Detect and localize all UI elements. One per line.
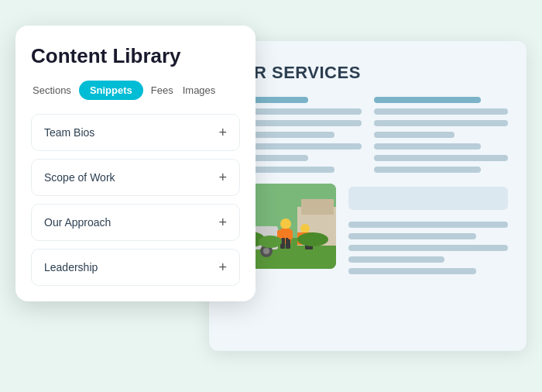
svg-rect-16 (288, 230, 293, 239)
svg-point-17 (300, 224, 310, 233)
snippet-label-scope-of-work: Scope of Work (44, 171, 115, 184)
doc-line (374, 132, 455, 138)
tab-fees[interactable]: Fees (149, 81, 175, 99)
doc-line (374, 97, 481, 103)
snippet-our-approach[interactable]: Our Approach + (31, 204, 240, 241)
scene: OUR SERVICES (15, 18, 527, 374)
snippet-add-scope-of-work[interactable]: + (218, 170, 227, 184)
doc-line (348, 245, 508, 251)
tabs-row: Sections Snippets Fees Images (31, 81, 240, 100)
snippet-label-our-approach: Our Approach (44, 216, 111, 229)
snippet-add-leadership[interactable]: + (218, 260, 227, 274)
snippet-leadership[interactable]: Leadership + (31, 249, 240, 286)
library-title: Content Library (31, 44, 240, 68)
snippet-label-leadership: Leadership (44, 261, 98, 273)
doc-image-area (228, 184, 508, 274)
document-card: OUR SERVICES (209, 41, 527, 351)
snippet-label-team-bios: Team Bios (44, 126, 94, 139)
tab-sections[interactable]: Sections (31, 81, 73, 99)
doc-line (374, 143, 481, 150)
doc-line (374, 120, 508, 126)
tab-snippets[interactable]: Snippets (79, 81, 143, 100)
snippet-add-team-bios[interactable]: + (218, 126, 227, 139)
doc-line (348, 233, 476, 239)
svg-point-22 (259, 236, 282, 248)
svg-point-23 (297, 232, 328, 246)
tab-images[interactable]: Images (181, 81, 218, 99)
snippet-scope-of-work[interactable]: Scope of Work + (31, 159, 240, 196)
snippet-team-bios[interactable]: Team Bios + (31, 114, 240, 151)
doc-line (348, 222, 508, 228)
svg-rect-14 (286, 238, 290, 249)
svg-point-11 (280, 218, 291, 229)
doc-line (374, 108, 508, 115)
doc-side-lines (348, 184, 508, 274)
doc-col-right (374, 97, 508, 173)
doc-line (348, 256, 444, 263)
library-card: Content Library Sections Snippets Fees I… (15, 26, 256, 301)
svg-rect-3 (301, 199, 334, 215)
doc-line (348, 268, 476, 274)
snippet-list: Team Bios + Scope of Work + Our Approach… (31, 114, 240, 286)
snippet-add-our-approach[interactable]: + (218, 215, 227, 229)
doc-line (374, 167, 481, 173)
doc-placeholder-box (348, 187, 508, 210)
svg-point-9 (263, 248, 269, 254)
doc-line (374, 155, 508, 161)
doc-title: OUR SERVICES (228, 63, 508, 83)
doc-columns (228, 97, 508, 173)
